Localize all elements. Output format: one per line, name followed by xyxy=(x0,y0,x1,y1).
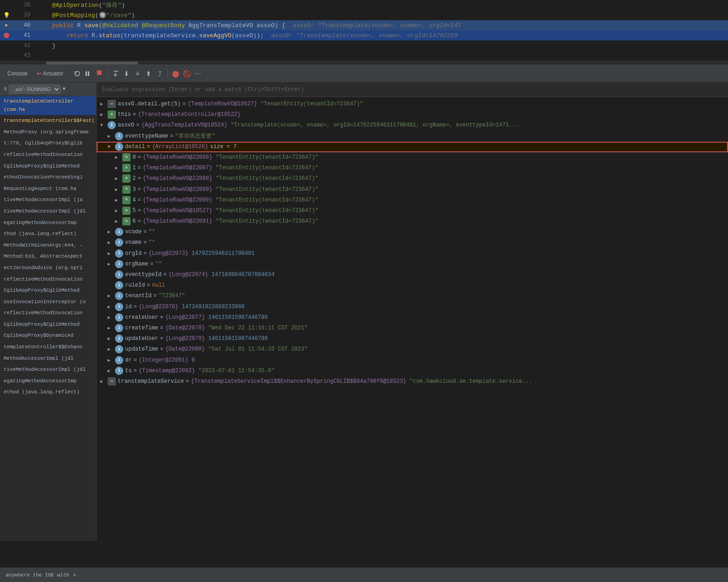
frame-item-2[interactable]: MethodProxy (org.springframe xyxy=(0,127,96,138)
force-step-into-button[interactable]: ⇊ xyxy=(132,69,143,79)
var-row-detail-2[interactable]: ≡ 2 = {TemplateRowVO@22088} "TenantEntit… xyxy=(97,173,728,184)
var-row-vname[interactable]: i vname = "" xyxy=(97,237,728,248)
var-row-eventtypeid[interactable]: i eventtypeId = {Long@22074} 14716906467… xyxy=(97,270,728,280)
var-row-dr[interactable]: i dr = {Integer@22081} 0 xyxy=(97,355,728,366)
expand-arrow-detail[interactable] xyxy=(108,143,115,151)
frames-dropdown[interactable]: ..ain": RUNNING xyxy=(9,85,61,94)
expand-arrow-d1[interactable] xyxy=(115,164,122,172)
expand-arrow-dr[interactable] xyxy=(108,356,115,364)
expand-arrow-d2[interactable] xyxy=(115,174,122,183)
expand-arrow-ct[interactable] xyxy=(108,324,115,332)
frame-item-21[interactable]: templateController$$Enhanc xyxy=(0,342,96,353)
frame-item-19[interactable]: CglibAopProxy$CglibMethod xyxy=(0,319,96,331)
var-row-detail-3[interactable]: ≡ 3 = {TemplateRowVO@22089} "TenantEntit… xyxy=(97,184,728,195)
frame-item-14[interactable]: ectJAroundAdvice (org.spri xyxy=(0,263,96,274)
stop-button[interactable] xyxy=(94,69,104,79)
var-row-orgid[interactable]: i orgId = {Long@22073} 14702259463117004… xyxy=(97,248,728,259)
var-row-assvo-detail-get5[interactable]: ∞ assvO.detail.get(5) = {TemplateRowVO@1… xyxy=(97,99,728,109)
frame-item-18[interactable]: reflectiveMethodInvocation xyxy=(0,308,96,319)
tab-console[interactable]: Console xyxy=(4,69,31,79)
var-row-detail-1[interactable]: ≡ 1 = {TemplateRowVO@22087} "TenantEntit… xyxy=(97,163,728,173)
eval-bar[interactable]: Evaluate expression (Enter) or add a wat… xyxy=(97,82,728,97)
frame-item-6[interactable]: ethodInvocationProceedingJ xyxy=(0,172,96,184)
expand-arrow-d5[interactable] xyxy=(115,207,122,215)
gutter-39: 💡 xyxy=(0,12,13,19)
frame-item-12[interactable]: MethodWithGivenArgs:644, - xyxy=(0,240,96,252)
var-row-id[interactable]: i id = {Long@22076} 1473491022869233666 xyxy=(97,302,728,312)
expand-arrow-this[interactable] xyxy=(100,110,108,119)
var-row-transsvc[interactable]: ∞ transtemplateService = {TranstemplateS… xyxy=(97,376,728,387)
var-row-ts[interactable]: i ts = {Timestamp@22082} "2023-07-01 11:… xyxy=(97,366,728,376)
step-into-button[interactable]: ⬇ xyxy=(121,69,132,79)
breakpoint-icon[interactable] xyxy=(4,33,9,38)
frame-item-8[interactable]: tiveMethodAccessorImpl (ja xyxy=(0,195,96,206)
expand-arrow-tid[interactable] xyxy=(108,292,115,300)
expand-arrow-assvo[interactable] xyxy=(100,121,108,129)
expand-arrow-d0[interactable] xyxy=(115,153,122,161)
close-bottom-button[interactable]: ✕ xyxy=(73,572,76,578)
step-out-button[interactable]: ⬆ xyxy=(143,69,154,79)
frame-item-3[interactable]: t:779, CglibAopProxy$Cglib xyxy=(0,138,96,150)
var-row-ruleid[interactable]: i ruleId = null xyxy=(97,280,728,291)
expand-arrow-ts[interactable] xyxy=(108,367,115,375)
filter-icon[interactable]: ≡ xyxy=(4,86,7,92)
mute-breakpoints-button[interactable]: ⬤ xyxy=(171,69,181,79)
frame-item-13[interactable]: Method:633, AbstractAspect xyxy=(0,251,96,263)
var-row-createuser[interactable]: i createUser = {Long@22077} 146115015987… xyxy=(97,312,728,323)
frame-item-16[interactable]: CglibAopProxy$CglibMethod xyxy=(0,285,96,297)
expand-arrow-ett[interactable] xyxy=(108,132,115,140)
expand-arrow-ut[interactable] xyxy=(108,345,115,353)
var-row-updateuser[interactable]: i updateUser = {Long@22079} 146115015987… xyxy=(97,334,728,344)
var-row-tenantid[interactable]: i tenantId = "723647" xyxy=(97,291,728,301)
frame-item-22[interactable]: MethodAccessorImpl (jdl xyxy=(0,353,96,365)
frame-item-24[interactable]: egatingMethodAccessorImp xyxy=(0,376,96,387)
expand-arrow-orgid[interactable] xyxy=(108,249,115,258)
var-row-this[interactable]: ≡ this = {TranstemplateController@18522} xyxy=(97,109,728,120)
frame-item-9[interactable]: tiveMethodAccessorImpl (jdl xyxy=(0,206,96,218)
run-to-cursor-button[interactable]: ⤴ xyxy=(155,69,165,79)
var-row-detail-4[interactable]: ≡ 4 = {TemplateRowVO@22090} "TenantEntit… xyxy=(97,195,728,206)
var-row-detail-5[interactable]: ≡ 5 = {TemplateRowVO@18527} "TenantEntit… xyxy=(97,206,728,216)
tab-actuator[interactable]: ↩ Actuator xyxy=(33,69,67,79)
expand-arrow-0[interactable] xyxy=(100,100,108,108)
horizontal-scrollbar[interactable] xyxy=(0,61,728,64)
var-icon-dr: i xyxy=(115,356,123,364)
step-over-button[interactable] xyxy=(110,69,120,79)
expand-arrow-d6[interactable] xyxy=(115,217,122,225)
var-row-assvo[interactable]: i assvO = {AggTransTemplateVO@18524} "Tr… xyxy=(97,120,728,131)
var-row-detail-6[interactable]: ≡ 6 = {TemplateRowVO@22091} "TenantEntit… xyxy=(97,216,728,227)
var-row-orgname[interactable]: i orgName = "" xyxy=(97,259,728,270)
var-row-createtime[interactable]: i createTime = {Date@22078} "Wed Dec 22 … xyxy=(97,323,728,334)
frame-item-11[interactable]: thod (java.lang.reflect) xyxy=(0,229,96,240)
expand-arrow-cu[interactable] xyxy=(108,313,115,322)
frame-item-17[interactable]: oseInvocationInterceptor (o xyxy=(0,297,96,308)
more-button[interactable]: ⋯ xyxy=(193,69,203,79)
var-row-updatetime[interactable]: i updateTime = {Date@22080} "Sat Jul 01 … xyxy=(97,344,728,355)
expand-arrow-tsvc[interactable] xyxy=(100,377,108,386)
expand-arrow-vcode[interactable] xyxy=(108,228,115,236)
expand-arrow-orgname[interactable] xyxy=(108,260,115,268)
clear-console-button[interactable]: 🚫 xyxy=(182,69,192,79)
rerun-button[interactable] xyxy=(72,69,82,79)
expand-arrow-id[interactable] xyxy=(108,303,115,311)
frame-item-15[interactable]: reflectiveMethodInvocation xyxy=(0,274,96,286)
resume-button[interactable] xyxy=(83,69,93,79)
frame-item-0[interactable]: transtemplateController (com.ha xyxy=(0,96,96,115)
frame-item-5[interactable]: CglibAopProxy$CglibMethod xyxy=(0,161,96,173)
frame-item-25[interactable]: ethod (java.lang.reflect) xyxy=(0,387,96,398)
var-row-detail-0[interactable]: ≡ 0 = {TemplateRowVO@22086} "TenantEntit… xyxy=(97,152,728,163)
var-row-eventtypename[interactable]: i eventtypeName = "库存状态变更" xyxy=(97,131,728,142)
expand-arrow-uu[interactable] xyxy=(108,334,115,343)
expand-arrow-d4[interactable] xyxy=(115,196,122,204)
frame-item-7[interactable]: RequestLogAspect (com.ha xyxy=(0,184,96,195)
var-row-vcode[interactable]: i vcode = "" xyxy=(97,227,728,237)
var-row-detail[interactable]: i detail = {ArrayList@18526} size = 7 xyxy=(97,142,728,152)
frame-item-4[interactable]: reflectiveMethodInvocation xyxy=(0,150,96,161)
scrollbar-thumb[interactable] xyxy=(46,62,138,64)
expand-arrow-d3[interactable] xyxy=(115,185,122,194)
frame-item-1[interactable]: transtemplateController$$Fast( xyxy=(0,115,96,127)
frame-item-20[interactable]: CglibAopProxy$DynamicAd xyxy=(0,330,96,342)
frame-item-23[interactable]: tiveMethodAccessorImpl (jdl xyxy=(0,364,96,376)
expand-arrow-vname[interactable] xyxy=(108,238,115,247)
frame-item-10[interactable]: egatingMethodAccessorImp xyxy=(0,218,96,229)
